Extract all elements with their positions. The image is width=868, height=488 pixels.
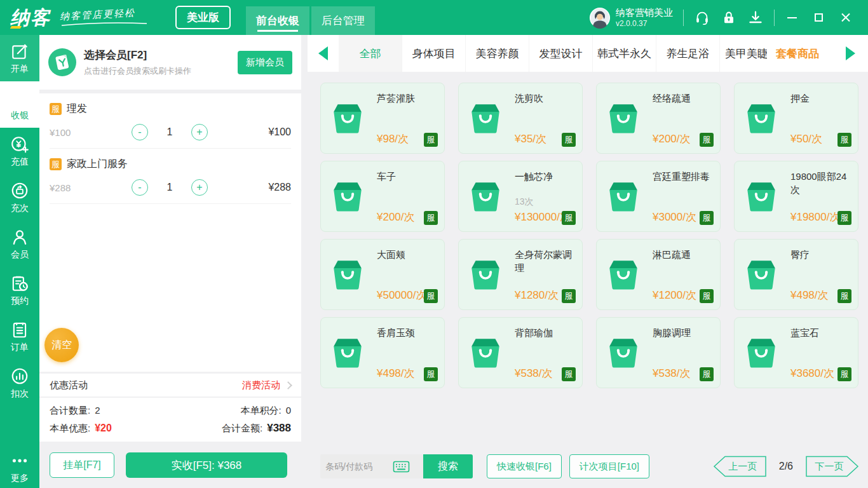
product-card[interactable]: 淋巴疏通 ¥1200/次 服 bbox=[596, 239, 721, 310]
product-card[interactable]: 背部瑜伽 ¥538/次 服 bbox=[458, 317, 583, 388]
add-member-button[interactable]: 新增会员 bbox=[238, 51, 292, 74]
quick-cash-button[interactable]: 快速收银[F6] bbox=[487, 454, 562, 478]
service-badge: 服 bbox=[424, 289, 438, 303]
divider bbox=[683, 10, 684, 26]
decrease-button[interactable]: - bbox=[132, 179, 148, 196]
order-discount-label: 本单优惠: bbox=[50, 423, 90, 435]
edition-badge[interactable]: 美业版 bbox=[175, 6, 231, 29]
decrease-button[interactable]: - bbox=[132, 124, 148, 140]
nav-tab[interactable]: 前台收银 bbox=[246, 6, 309, 35]
page-indicator: 2/6 bbox=[779, 461, 793, 472]
sidebar-item-label: 预约 bbox=[11, 295, 29, 307]
prev-page-button[interactable]: 上一页 bbox=[712, 456, 767, 477]
increase-button[interactable]: + bbox=[191, 124, 208, 140]
product-price: ¥19800/次 bbox=[790, 210, 840, 224]
product-card[interactable]: 香肩玉颈 ¥498/次 服 bbox=[320, 317, 445, 388]
order-points-value: 0 bbox=[286, 405, 291, 416]
product-card[interactable]: 臀疗 ¥498/次 服 bbox=[734, 239, 858, 310]
product-card[interactable]: 大面颊 ¥50000/次 服 bbox=[320, 239, 445, 310]
prev-page-label: 上一页 bbox=[712, 456, 767, 477]
product-price: ¥3680/次 bbox=[790, 366, 834, 381]
clear-cart-button[interactable]: 清空 bbox=[44, 328, 79, 362]
category-tab[interactable]: 身体项目 bbox=[402, 35, 466, 72]
service-badge: 服 bbox=[837, 289, 851, 303]
promo-label: 优惠活动 bbox=[50, 379, 88, 391]
category-tab-label: 身体项目 bbox=[412, 46, 456, 61]
close-button[interactable] bbox=[841, 13, 850, 22]
keyboard-icon[interactable] bbox=[393, 461, 410, 473]
sidebar-item[interactable]: 更多 bbox=[0, 447, 39, 488]
member-select-title: 选择会员[F2] bbox=[84, 48, 230, 62]
member-card-icon bbox=[48, 48, 76, 76]
increase-button[interactable]: + bbox=[191, 179, 208, 196]
promo-row[interactable]: 优惠活动 消费活动 bbox=[39, 374, 301, 396]
category-tab[interactable]: 发型设计 bbox=[529, 35, 593, 72]
service-badge: 服 bbox=[837, 133, 851, 147]
category-tab-label: 发型设计 bbox=[539, 46, 583, 61]
sidebar-item[interactable]: 充次 bbox=[0, 174, 39, 220]
sidebar-item-label: 更多 bbox=[11, 473, 29, 484]
member-select[interactable]: 选择会员[F2] 点击进行会员搜索或刷卡操作 新增会员 bbox=[39, 35, 301, 90]
product-card[interactable]: 胸腺调理 ¥538/次 服 bbox=[596, 317, 721, 388]
search-button[interactable]: 搜索 bbox=[423, 454, 473, 478]
sidebar-item[interactable]: 会员 bbox=[0, 220, 39, 267]
category-tab[interactable]: 套餐商品 bbox=[767, 35, 828, 72]
product-name: 背部瑜伽 bbox=[515, 326, 577, 339]
next-page-label: 下一页 bbox=[805, 456, 860, 477]
sidebar-item[interactable]: 开单 bbox=[0, 35, 39, 81]
category-tab-label: 美甲美睫 bbox=[725, 46, 767, 61]
minimize-button[interactable] bbox=[787, 17, 797, 18]
sidebar-item-label: 收银 bbox=[11, 110, 29, 121]
sidebar-item[interactable]: 预约 bbox=[0, 267, 39, 313]
category-tab[interactable]: 韩式半永久 bbox=[593, 35, 656, 72]
checkout-button[interactable]: 实收[F5]: ¥368 bbox=[126, 452, 287, 478]
sidebar-item-label: 充次 bbox=[11, 203, 29, 214]
scroll-left-button[interactable] bbox=[308, 35, 339, 72]
scroll-right-button[interactable] bbox=[832, 35, 868, 72]
product-name: 19800眼部24次 bbox=[790, 170, 853, 196]
product-card[interactable]: 全身荷尔蒙调理 ¥1280/次 服 bbox=[458, 239, 583, 310]
product-card[interactable]: 经络疏通 ¥200/次 服 bbox=[596, 83, 721, 154]
lock-icon[interactable] bbox=[721, 10, 737, 26]
user-info[interactable]: 纳客营销美业 v2.0.0.37 bbox=[589, 7, 673, 29]
product-card[interactable]: 一触芯净 13次 ¥130000/次 服 bbox=[458, 161, 583, 232]
category-tab[interactable]: 全部 bbox=[339, 35, 402, 72]
header-right: 纳客营销美业 v2.0.0.37 bbox=[589, 7, 858, 29]
product-card[interactable]: 宫廷重塑排毒 ¥3000/次 服 bbox=[596, 161, 721, 232]
product-card[interactable]: 车子 ¥200/次 服 bbox=[320, 161, 445, 232]
bag-icon bbox=[467, 178, 504, 215]
headset-icon[interactable] bbox=[694, 10, 710, 26]
product-price: ¥200/次 bbox=[653, 132, 691, 146]
count-item-button[interactable]: 计次项目[F10] bbox=[569, 454, 649, 478]
sidebar-item[interactable]: 收银 bbox=[0, 81, 39, 128]
product-price: ¥538/次 bbox=[653, 366, 691, 381]
product-card[interactable]: 19800眼部24次 ¥19800/次 服 bbox=[734, 161, 858, 232]
product-card[interactable]: 押金 ¥50/次 服 bbox=[734, 83, 858, 154]
category-tab[interactable]: 美甲美睫 bbox=[720, 35, 767, 72]
nav-tab-label: 前台收银 bbox=[256, 13, 299, 28]
barcode-input[interactable] bbox=[320, 461, 391, 471]
category-tab-label: 养生足浴 bbox=[667, 46, 710, 61]
bag-icon bbox=[329, 178, 366, 215]
total-amount-label: 合计金额: bbox=[222, 423, 262, 435]
sidebar-item[interactable]: 充值 bbox=[0, 128, 39, 174]
product-card[interactable]: 蓝宝石 ¥3680/次 服 bbox=[734, 317, 858, 388]
sidebar-item-label: 开单 bbox=[11, 64, 29, 75]
product-price: ¥1280/次 bbox=[515, 288, 559, 302]
category-tab[interactable]: 养生足浴 bbox=[656, 35, 720, 72]
product-card[interactable]: 芦荟灌肤 ¥98/次 服 bbox=[320, 83, 445, 154]
promo-value: 消费活动 bbox=[242, 379, 280, 391]
next-page-button[interactable]: 下一页 bbox=[805, 456, 860, 477]
category-tab[interactable]: 美容养颜 bbox=[466, 35, 529, 72]
sidebar-item[interactable]: 订单 bbox=[0, 313, 39, 360]
service-badge: 服 bbox=[837, 367, 851, 381]
product-price: ¥3000/次 bbox=[653, 210, 696, 224]
service-badge: 服 bbox=[562, 211, 576, 225]
download-icon[interactable] bbox=[747, 10, 764, 26]
maximize-button[interactable] bbox=[815, 13, 823, 22]
sidebar-item-label: 会员 bbox=[11, 249, 29, 261]
nav-tab[interactable]: 后台管理 bbox=[311, 6, 375, 35]
hold-order-button[interactable]: 挂单[F7] bbox=[50, 452, 114, 478]
product-card[interactable]: 洗剪吹 ¥35/次 服 bbox=[458, 83, 583, 154]
sidebar-item[interactable]: 扣次 bbox=[0, 360, 39, 406]
